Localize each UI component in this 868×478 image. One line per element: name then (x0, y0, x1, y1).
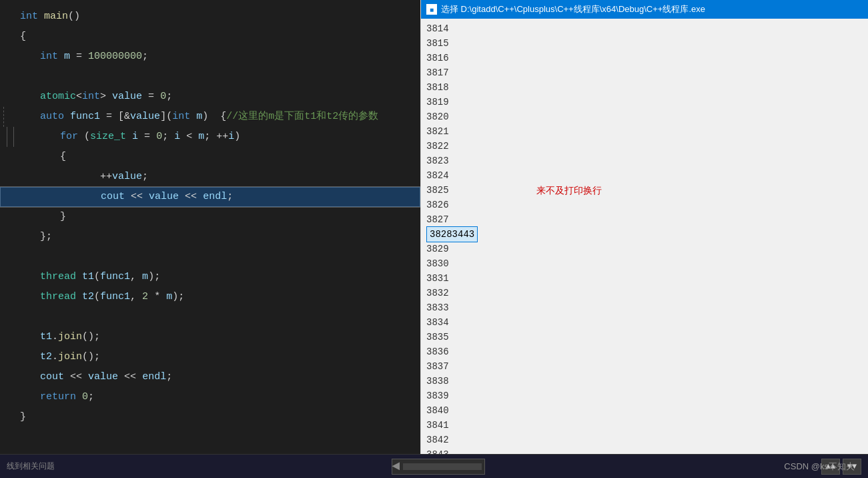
terminal-number-line: 3840 (426, 403, 478, 418)
terminal-number-line: 3817 (426, 65, 478, 80)
terminal-number-line: 3825 (426, 183, 478, 198)
code-line-21: } (0, 407, 420, 427)
terminal-number-line: 3824 (426, 168, 478, 183)
code-line-14: thread t1(func1, m); (0, 267, 420, 287)
terminal-number-line: 3835 (426, 330, 478, 344)
code-line-11: } (0, 207, 420, 227)
terminal-number-line: 3826 (426, 198, 478, 212)
status-bar: 线到相关问题 ◄ ▲▲ ▼▼ CSDN @ks不知火 (0, 454, 868, 478)
terminal-body: 3814381538163817381838193820382138223823… (421, 19, 868, 454)
terminal-number-line: 3841 (426, 418, 478, 433)
terminal-number-line: 3831 (426, 271, 478, 286)
terminal-number-line: 38283443 (426, 227, 478, 242)
terminal-titlebar: ■ 选择 D:\gitadd\C++\Cplusplus\C++线程库\x64\… (421, 0, 868, 19)
scroll-track[interactable]: ◄ (392, 459, 485, 475)
terminal-number-line: 3829 (426, 242, 478, 256)
code-line-19: cout << value << endl; (0, 367, 420, 387)
code-line-12: }; (0, 227, 420, 247)
code-line-8: { (0, 147, 420, 167)
code-line-15: thread t2(func1, 2 * m); (0, 287, 420, 307)
terminal-number-line: 3842 (426, 433, 478, 447)
csdn-watermark: CSDN @ks不知火 (784, 461, 855, 473)
terminal-number-line: 3830 (426, 256, 478, 271)
terminal-number-line: 3819 (426, 95, 478, 109)
code-line-3: int m = 100000000; (0, 47, 420, 67)
keyword-int: int (20, 7, 38, 27)
terminal-panel: ■ 选择 D:\gitadd\C++\Cplusplus\C++线程库\x64\… (420, 0, 868, 454)
func-main: main (44, 7, 68, 27)
terminal-number-line: 3816 (426, 51, 478, 65)
annotation-area: 来不及打印换行 (483, 19, 868, 454)
code-line-2: { (0, 27, 420, 47)
terminal-number-line: 3820 (426, 109, 478, 124)
terminal-number-line: 3821 (426, 124, 478, 139)
terminal-number-line: 3823 (426, 154, 478, 168)
terminal-number-line: 3818 (426, 80, 478, 95)
terminal-number-line: 3837 (426, 359, 478, 374)
code-line-18: t2.join(); (0, 347, 420, 367)
code-editor: int main() { int m = 100000000; atomic<i… (0, 0, 420, 454)
code-line-7: for (size_t i = 0; i < m; ++i) (0, 127, 420, 147)
terminal-number-line: 3833 (426, 300, 478, 315)
code-line-13 (0, 247, 420, 267)
terminal-number-line: 3822 (426, 139, 478, 154)
code-line-20: return 0; (0, 387, 420, 407)
terminal-number-line: 3814 (426, 21, 478, 36)
terminal-number-line: 3836 (426, 344, 478, 359)
code-line-1: int main() (0, 7, 420, 27)
terminal-number-line: 3843 (426, 447, 478, 454)
code-line-10: cout << value << endl; (0, 187, 420, 207)
scroll-arrow-left[interactable]: ◄ (392, 459, 400, 474)
terminal-title: 选择 D:\gitadd\C++\Cplusplus\C++线程库\x64\De… (441, 3, 705, 15)
terminal-number-line: 3832 (426, 286, 478, 300)
status-text: 线到相关问题 (7, 461, 55, 472)
terminal-numbers: 3814381538163817381838193820382138223823… (421, 19, 483, 454)
annotation-text: 来不及打印换行 (536, 183, 602, 198)
terminal-number-line: 3838 (426, 374, 478, 389)
code-line-17: t1.join(); (0, 327, 420, 347)
terminal-icon: ■ (426, 4, 437, 15)
terminal-number-line: 3839 (426, 389, 478, 403)
terminal-number-line: 3815 (426, 36, 478, 51)
main-area: int main() { int m = 100000000; atomic<i… (0, 0, 868, 454)
code-line-6: auto func1 = [&value](int m) {//这里的m是下面t… (0, 107, 420, 127)
terminal-number-line: 3834 (426, 315, 478, 330)
code-line-5: atomic<int> value = 0; (0, 87, 420, 107)
scroll-bar[interactable] (403, 463, 482, 470)
terminal-number-line: 3827 (426, 212, 478, 227)
code-line-9: ++value; (0, 167, 420, 187)
code-line-4 (0, 67, 420, 87)
code-line-16 (0, 307, 420, 327)
code-content: int main() { int m = 100000000; atomic<i… (0, 0, 420, 434)
